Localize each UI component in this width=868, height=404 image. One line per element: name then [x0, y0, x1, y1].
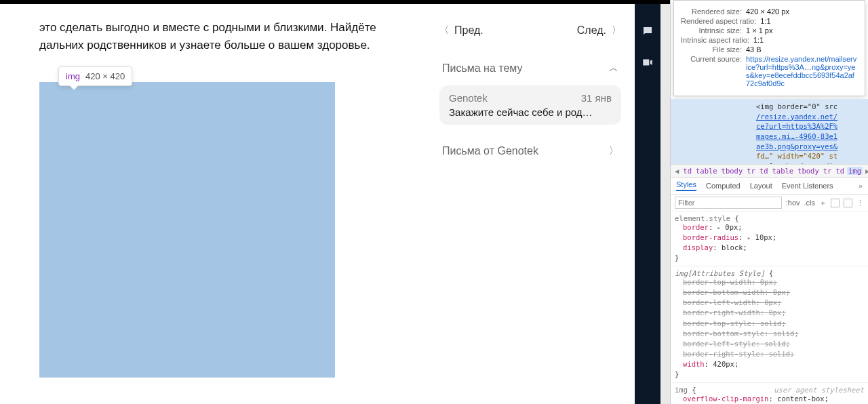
bc-item[interactable]: td	[758, 167, 770, 175]
styles-filter-input[interactable]	[675, 197, 782, 209]
css-val[interactable]: solid	[760, 319, 782, 327]
bc-item-selected[interactable]: img	[847, 167, 863, 175]
cls-toggle[interactable]: .cls	[804, 199, 816, 207]
toggle-icon[interactable]	[831, 199, 840, 207]
css-val[interactable]: solid	[768, 350, 790, 358]
bc-left-icon[interactable]: ◀	[673, 167, 680, 175]
current-src-link[interactable]: https://resize.yandex.net/mailservice?ur…	[746, 55, 856, 87]
video-icon[interactable]	[641, 56, 654, 69]
styles-filter-row: :hov .cls ＋ ⋮	[671, 195, 868, 211]
tab-event-listeners[interactable]: Event Listeners	[782, 182, 833, 190]
chevron-right-icon: 〉	[612, 24, 621, 37]
css-val[interactable]: content-box	[777, 395, 825, 403]
tab-styles[interactable]: Styles	[676, 180, 696, 191]
selector: img[Attributes Style]	[675, 269, 765, 277]
bc-item[interactable]: tbody	[796, 167, 821, 175]
intrinsic-ar-value: 1:1	[753, 36, 865, 44]
rendered-size-value: 420 × 420 px	[746, 7, 858, 16]
css-prop[interactable]: border-top-style	[683, 319, 751, 327]
css-prop[interactable]: width	[683, 360, 705, 368]
related-sender: Genotek	[449, 92, 488, 104]
src-line: fd…" width="420" st	[756, 152, 837, 160]
css-val[interactable]: solid	[764, 340, 786, 348]
rendered-ar-value: 1:1	[760, 17, 868, 25]
hov-toggle[interactable]: :hov	[786, 199, 800, 207]
css-prop[interactable]: border-bottom-style	[683, 329, 764, 338]
src-line: mages.mi…-4960-83e1	[756, 132, 837, 140]
css-prop[interactable]: overflow-clip-margin	[683, 395, 768, 403]
related-email-item[interactable]: Genotek 31 янв Закажите сейчас себе и ро…	[439, 85, 621, 125]
tab-computed[interactable]: Computed	[706, 182, 741, 190]
rendered-size-label: Rendered size:	[681, 7, 742, 16]
src-line: ae3b.png&proxy=yes&	[756, 142, 837, 150]
devtools-panel: Rendered size:420 × 420 px Rendered aspe…	[670, 0, 868, 404]
tooltip-dimensions: 420 × 420	[85, 71, 125, 81]
bc-item[interactable]: td	[682, 167, 693, 175]
elements-source[interactable]: <img border="0" src /resize.yandex.net/ …	[671, 99, 868, 164]
css-prop[interactable]: display	[683, 243, 713, 251]
bc-right-icon[interactable]: ▶	[864, 167, 868, 175]
related-subject: Закажите сейчас себе и род…	[449, 106, 612, 118]
css-prop[interactable]: border-bottom-width	[683, 288, 764, 296]
prev-button[interactable]: 〈 Пред.	[439, 24, 484, 37]
app-rail	[635, 4, 660, 404]
rule-attributes-style: img[Attributes Style] { border-top-width…	[675, 269, 864, 378]
css-prop[interactable]: border-top-width	[683, 278, 751, 286]
bc-item[interactable]: table	[694, 167, 719, 175]
css-prop[interactable]: border-left-style	[683, 340, 755, 348]
email-body-text: это сделать выгодно и вместе с родными и…	[39, 19, 406, 55]
src-line: <img border="0" src	[756, 102, 837, 110]
src-line: /resize.yandex.net/	[756, 113, 837, 121]
next-button[interactable]: След. 〉	[577, 24, 621, 37]
left-gutter	[0, 4, 19, 404]
css-prop[interactable]: border-radius	[683, 233, 738, 241]
from-sender-row[interactable]: Письма от Genotek 〉	[439, 138, 621, 164]
current-src-label: Current source:	[681, 55, 742, 87]
topic-header-label: Письма на тему	[442, 62, 523, 75]
css-val[interactable]: solid	[773, 329, 795, 338]
css-val[interactable]: 10px	[755, 233, 772, 241]
chat-icon[interactable]	[641, 24, 654, 38]
styles-tabs: Styles Computed Layout Event Listeners »	[671, 178, 868, 195]
css-val[interactable]: 0px	[773, 288, 786, 296]
tab-layout[interactable]: Layout	[750, 182, 772, 190]
rule-ua-img: img {user agent stylesheet overflow-clip…	[675, 386, 864, 404]
more-icon[interactable]: ⋮	[856, 199, 864, 207]
selector: img	[675, 386, 688, 394]
bc-item[interactable]: td	[834, 167, 846, 175]
toggle-icon[interactable]	[844, 199, 852, 207]
bc-item[interactable]: tr	[822, 167, 833, 175]
element-tooltip: img 420 × 420	[58, 66, 132, 86]
tabs-more-icon[interactable]: »	[859, 182, 863, 190]
css-prop[interactable]: border	[683, 223, 709, 231]
chevron-left-icon: 〈	[439, 24, 449, 37]
bc-item[interactable]: table	[771, 167, 795, 175]
src-line: ce?url=https%3A%2F%	[756, 122, 837, 130]
tooltip-tag: img	[66, 71, 80, 81]
css-val[interactable]: 0px	[764, 298, 777, 306]
prev-label: Пред.	[454, 24, 484, 37]
email-image-placeholder[interactable]	[39, 82, 335, 378]
new-rule-icon[interactable]: ＋	[819, 198, 827, 208]
css-prop[interactable]: border-left-width	[683, 298, 755, 306]
css-prop[interactable]: border-right-style	[683, 350, 760, 358]
rendered-ar-label: Rendered aspect ratio:	[681, 17, 756, 25]
bc-item[interactable]: tbody	[720, 167, 745, 175]
css-val[interactable]: 0px	[768, 308, 781, 317]
css-val[interactable]: 420px	[713, 360, 734, 368]
intrinsic-ar-label: Intrinsic aspect ratio:	[681, 36, 749, 44]
scrollbar[interactable]	[660, 4, 670, 404]
bc-item[interactable]: tr	[745, 167, 757, 175]
css-prop[interactable]: border-right-width	[683, 308, 760, 317]
related-date: 31 янв	[581, 92, 612, 104]
css-val[interactable]: 0px	[760, 278, 773, 286]
ua-note: user agent stylesheet	[774, 386, 864, 394]
topic-header[interactable]: Письма на тему ︿	[439, 56, 621, 81]
rule-element-style: element.style { border: ▸ 0px; border-ra…	[675, 214, 864, 262]
styles-body[interactable]: element.style { border: ▸ 0px; border-ra…	[671, 211, 868, 404]
css-val[interactable]: block	[722, 243, 743, 251]
intrinsic-size-label: Intrinsic size:	[681, 26, 742, 35]
css-val[interactable]: 0px	[725, 223, 738, 231]
chevron-up-icon: ︿	[609, 62, 618, 75]
file-size-label: File size:	[681, 45, 742, 54]
